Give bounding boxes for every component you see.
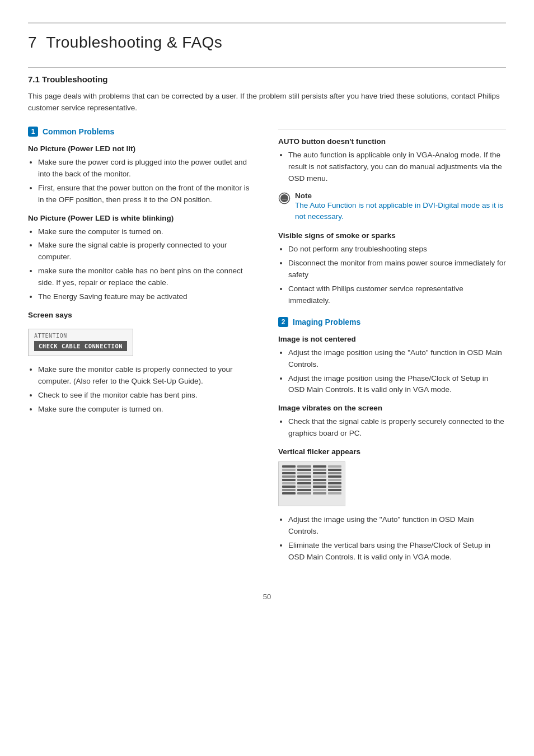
no-picture-led-heading: No Picture (Power LED not lit): [28, 144, 256, 153]
note-label: Note: [295, 192, 312, 200]
left-column: 1 Common Problems No Picture (Power LED …: [28, 127, 256, 570]
cable-connection-text: CHECK CABLE CONNECTION: [34, 341, 127, 351]
common-problems-title: Common Problems: [43, 127, 114, 136]
list-item: First, ensure that the power button on t…: [38, 183, 256, 206]
list-item: make sure the monitor cable has no bent …: [38, 265, 256, 289]
list-item: The auto function is applicable only in …: [288, 150, 506, 185]
list-item: Make sure the computer is turned on.: [38, 404, 256, 416]
chapter-title-text: Troubleshooting & FAQs: [46, 34, 222, 51]
image-not-centered-heading: Image is not centered: [278, 335, 506, 343]
note-content: Note The Auto Function is not applicable…: [295, 192, 506, 223]
top-rule: [28, 22, 506, 24]
vertical-flicker-list: Adjust the image using the "Auto" functi…: [288, 514, 506, 563]
list-item: Adjust the image using the "Auto" functi…: [288, 514, 506, 538]
svg-text:─: ─: [282, 194, 287, 202]
list-item: Adjust the image position using the Phas…: [288, 373, 506, 396]
list-item: Check that the signal cable is properly …: [288, 416, 506, 440]
page-number: 50: [28, 592, 506, 601]
list-item: Make sure the power cord is plugged into…: [38, 157, 256, 180]
note-box: ─ Note The Auto Function is not applicab…: [278, 192, 506, 223]
list-item: Do not perform any troubleshooting steps: [288, 244, 506, 255]
common-problems-label: 1 Common Problems: [28, 127, 256, 137]
imaging-problems-label: 2 Imaging Problems: [278, 317, 506, 327]
screen-says-list: Make sure the monitor cable is properly …: [38, 364, 256, 416]
note-icon: ─: [278, 192, 291, 204]
list-item: The Energy Saving feature may be activat…: [38, 291, 256, 303]
list-item: Check to see if the monitor cable has be…: [38, 390, 256, 402]
note-text: The Auto Function is not applicable in D…: [295, 201, 503, 221]
screen-says-box: ATTENTION CHECK CABLE CONNECTION: [28, 329, 133, 356]
list-item: Make sure the monitor cable is properly …: [38, 364, 256, 388]
intro-text: This page deals with problems that can b…: [28, 91, 506, 114]
chapter-number: 7: [28, 34, 37, 51]
no-picture-blinking-list: Make sure the computer is turned on. Mak…: [38, 226, 256, 304]
auto-button-heading: AUTO button doesn't function: [278, 137, 506, 146]
auto-button-list: The auto function is applicable only in …: [288, 150, 506, 185]
image-vibrates-heading: Image vibrates on the screen: [278, 404, 506, 412]
visible-signs-heading: Visible signs of smoke or sparks: [278, 231, 506, 240]
list-item: Make sure the computer is turned on.: [38, 226, 256, 238]
list-item: Contact with Philips customer service re…: [288, 283, 506, 307]
right-column: AUTO button doesn't function The auto fu…: [278, 127, 506, 570]
flicker-col-1: [282, 465, 296, 502]
flicker-bars: [279, 462, 345, 506]
page-container: 7 Troubleshooting & FAQs 7.1 Troubleshoo…: [28, 22, 506, 601]
two-column-layout: 1 Common Problems No Picture (Power LED …: [28, 127, 506, 570]
flicker-col-3: [313, 465, 326, 502]
no-picture-blinking-heading: No Picture (Power LED is white blinking): [28, 214, 256, 222]
flicker-col-2: [297, 465, 311, 502]
chapter-title: 7 Troubleshooting & FAQs: [28, 34, 506, 52]
image-vibrates-list: Check that the signal cable is properly …: [288, 416, 506, 440]
imaging-problems-badge: 2: [278, 317, 288, 327]
col-rule-top: [278, 129, 506, 129]
common-problems-badge: 1: [28, 127, 38, 137]
attention-label: ATTENTION: [34, 333, 127, 339]
list-item: Eliminate the vertical bars using the Ph…: [288, 540, 506, 563]
vertical-flicker-heading: Vertical flicker appears: [278, 447, 506, 456]
list-item: Adjust the image position using the "Aut…: [288, 347, 506, 371]
no-picture-led-list: Make sure the power cord is plugged into…: [38, 157, 256, 206]
section71-title: 7.1 Troubleshooting: [28, 74, 506, 84]
flicker-col-4: [328, 465, 341, 502]
list-item: Make sure the signal cable is properly c…: [38, 240, 256, 263]
section-rule: [28, 67, 506, 68]
visible-signs-list: Do not perform any troubleshooting steps…: [288, 244, 506, 307]
screen-says-heading: Screen says: [28, 311, 256, 319]
imaging-problems-title: Imaging Problems: [293, 318, 360, 326]
vertical-flicker-image: [278, 461, 345, 506]
image-not-centered-list: Adjust the image position using the "Aut…: [288, 347, 506, 396]
list-item: Disconnect the monitor from mains power …: [288, 258, 506, 281]
